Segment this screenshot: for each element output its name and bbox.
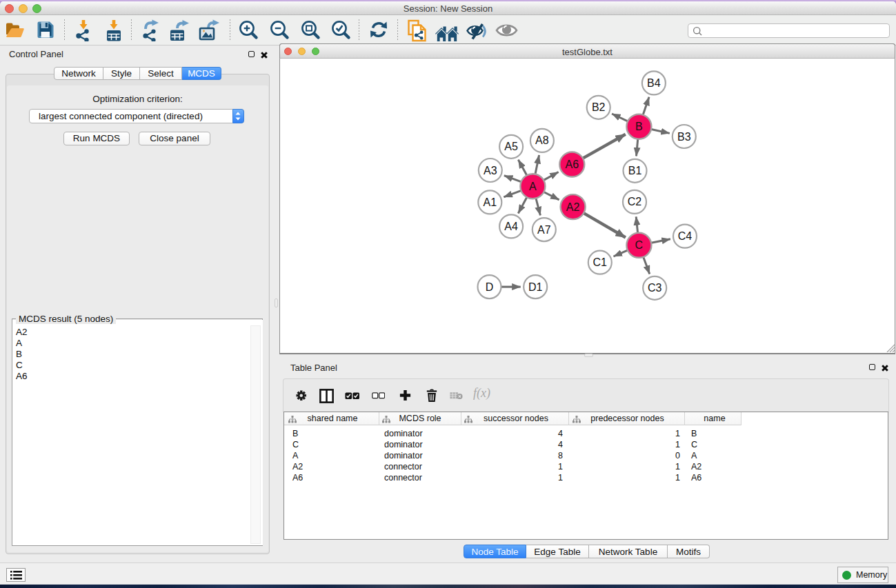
svg-text:A2: A2 (566, 201, 580, 213)
svg-text:A6: A6 (566, 159, 579, 170)
svg-text:B1: B1 (628, 165, 642, 176)
svg-text:D: D (486, 281, 494, 293)
svg-text:A3: A3 (484, 165, 497, 176)
svg-text:B2: B2 (592, 101, 606, 113)
svg-text:A4: A4 (504, 221, 518, 232)
svg-text:B: B (635, 121, 643, 132)
svg-text:D1: D1 (528, 281, 543, 293)
svg-text:A7: A7 (537, 224, 551, 236)
svg-text:A: A (529, 181, 537, 192)
svg-text:C2: C2 (628, 196, 642, 207)
svg-text:A1: A1 (484, 196, 497, 208)
svg-text:C1: C1 (593, 256, 608, 268)
svg-text:A5: A5 (504, 141, 518, 152)
svg-text:C: C (635, 239, 644, 251)
svg-text:C4: C4 (678, 230, 693, 242)
svg-text:A8: A8 (535, 134, 549, 146)
svg-text:B4: B4 (647, 77, 661, 89)
svg-text:C3: C3 (648, 282, 662, 294)
svg-text:B3: B3 (677, 131, 691, 143)
